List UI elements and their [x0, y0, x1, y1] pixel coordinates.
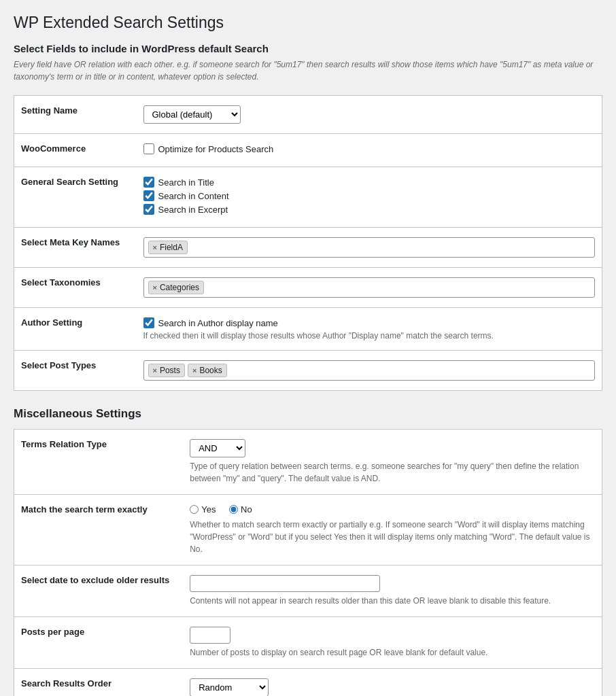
post-type-tag-posts-remove[interactable]: ×	[153, 367, 157, 375]
search-title-row: Search in Title	[143, 177, 596, 188]
row-exclude-date: Select date to exclude older results Con…	[14, 566, 602, 617]
label-meta-key-names: Select Meta Key Names	[14, 228, 137, 268]
post-types-input[interactable]: × Posts × Books	[143, 360, 596, 381]
taxonomy-tag-categories: × Categories	[148, 281, 204, 294]
author-description: If checked then it will display those re…	[143, 331, 596, 341]
row-search-order: Search Results Order Random Relevance Da…	[14, 669, 602, 697]
post-type-tag-books-remove[interactable]: ×	[192, 367, 196, 375]
label-terms-relation: Terms Relation Type	[14, 430, 184, 495]
label-exclude-date: Select date to exclude older results	[14, 566, 184, 617]
row-posts-per-page: Posts per page Number of posts to displa…	[14, 617, 602, 669]
author-checkbox[interactable]	[143, 317, 154, 328]
label-post-types: Select Post Types	[14, 351, 137, 391]
meta-key-tag-fielda-remove[interactable]: ×	[153, 244, 157, 251]
match-exactly-no-row: No	[229, 504, 252, 515]
match-exactly-yes-row: Yes	[190, 504, 216, 515]
meta-key-tag-fielda-label: FieldA	[160, 243, 183, 252]
page-title: WP Extended Search Settings	[14, 14, 602, 32]
search-content-row: Search in Content	[143, 190, 596, 201]
misc-settings-table: Terms Relation Type AND OR Type of query…	[14, 429, 602, 696]
posts-per-page-input[interactable]	[190, 627, 230, 644]
terms-relation-select[interactable]: AND OR	[190, 439, 245, 457]
cell-exclude-date: Contents will not appear in search resul…	[183, 566, 602, 617]
cell-author-setting: Search in Author display name If checked…	[137, 308, 602, 351]
exclude-date-input[interactable]	[190, 575, 380, 592]
cell-post-types: × Posts × Books	[137, 351, 602, 391]
match-exactly-yes-label[interactable]: Yes	[201, 504, 216, 515]
search-title-label[interactable]: Search in Title	[158, 177, 214, 188]
search-content-label[interactable]: Search in Content	[158, 191, 229, 201]
match-exactly-no-radio[interactable]	[229, 505, 238, 514]
match-exactly-description: Whether to match search term exactly or …	[190, 519, 595, 555]
fields-section-heading: Select Fields to include in WordPress de…	[14, 43, 602, 54]
settings-table: Setting Name Global (default) WooCommerc…	[14, 95, 602, 391]
setting-name-select[interactable]: Global (default)	[143, 105, 241, 124]
row-taxonomies: Select Taxonomies × Categories	[14, 268, 602, 308]
cell-woocommerce: Optimize for Products Search	[137, 134, 602, 167]
cell-terms-relation: AND OR Type of query relation between se…	[183, 430, 602, 495]
label-taxonomies: Select Taxonomies	[14, 268, 137, 308]
match-exactly-yes-radio[interactable]	[190, 505, 199, 514]
search-title-checkbox[interactable]	[143, 177, 154, 188]
row-setting-name: Setting Name Global (default)	[14, 96, 602, 134]
label-general-search: General Search Setting	[14, 167, 137, 228]
fields-section-description: Every field have OR relation with each o…	[14, 58, 602, 83]
label-setting-name: Setting Name	[14, 96, 137, 134]
posts-per-page-description: Number of posts to display on search res…	[190, 646, 595, 659]
label-search-order: Search Results Order	[14, 669, 184, 697]
cell-match-exactly: Yes No Whether to match search term exac…	[183, 495, 602, 566]
row-meta-key-names: Select Meta Key Names × FieldA	[14, 228, 602, 268]
label-woocommerce: WooCommerce	[14, 134, 137, 167]
post-type-tag-posts: × Posts	[148, 364, 185, 377]
search-excerpt-row: Search in Excerpt	[143, 204, 596, 215]
woocommerce-checkbox[interactable]	[143, 143, 154, 154]
terms-relation-description: Type of query relation between search te…	[190, 460, 595, 485]
search-content-checkbox[interactable]	[143, 190, 154, 201]
meta-key-names-input[interactable]: × FieldA	[143, 237, 596, 258]
row-terms-relation: Terms Relation Type AND OR Type of query…	[14, 430, 602, 495]
post-type-tag-books-label: Books	[199, 366, 222, 375]
cell-meta-key-names: × FieldA	[137, 228, 602, 268]
match-exactly-radios: Yes No	[190, 504, 595, 516]
author-checkbox-label[interactable]: Search in Author display name	[158, 318, 278, 328]
search-excerpt-checkbox[interactable]	[143, 204, 154, 215]
search-order-select[interactable]: Random Relevance Date Title	[190, 678, 269, 696]
taxonomies-input[interactable]: × Categories	[143, 277, 596, 298]
cell-posts-per-page: Number of posts to display on search res…	[183, 617, 602, 669]
row-author-setting: Author Setting Search in Author display …	[14, 308, 602, 351]
cell-setting-name: Global (default)	[137, 96, 602, 134]
taxonomy-tag-categories-label: Categories	[160, 283, 199, 292]
post-type-tag-posts-label: Posts	[160, 366, 180, 375]
search-excerpt-label[interactable]: Search in Excerpt	[158, 205, 228, 215]
row-match-exactly: Match the search term exactly Yes No Whe…	[14, 495, 602, 566]
row-woocommerce: WooCommerce Optimize for Products Search	[14, 134, 602, 167]
cell-general-search: Search in Title Search in Content Search…	[137, 167, 602, 228]
row-general-search: General Search Setting Search in Title S…	[14, 167, 602, 228]
woocommerce-checkbox-label[interactable]: Optimize for Products Search	[158, 144, 274, 154]
misc-section-heading: Miscellaneous Settings	[14, 407, 602, 421]
author-checkbox-row: Search in Author display name	[143, 317, 596, 328]
label-author-setting: Author Setting	[14, 308, 137, 351]
label-posts-per-page: Posts per page	[14, 617, 184, 669]
cell-taxonomies: × Categories	[137, 268, 602, 308]
exclude-date-description: Contents will not appear in search resul…	[190, 595, 595, 607]
cell-search-order: Random Relevance Date Title Sort search …	[183, 669, 602, 697]
woocommerce-checkbox-row: Optimize for Products Search	[143, 143, 596, 154]
match-exactly-no-label[interactable]: No	[241, 504, 252, 515]
post-type-tag-books: × Books	[188, 364, 227, 377]
taxonomy-tag-categories-remove[interactable]: ×	[153, 284, 157, 292]
row-post-types: Select Post Types × Posts × Books	[14, 351, 602, 391]
meta-key-tag-fielda: × FieldA	[148, 241, 188, 254]
label-match-exactly: Match the search term exactly	[14, 495, 184, 566]
